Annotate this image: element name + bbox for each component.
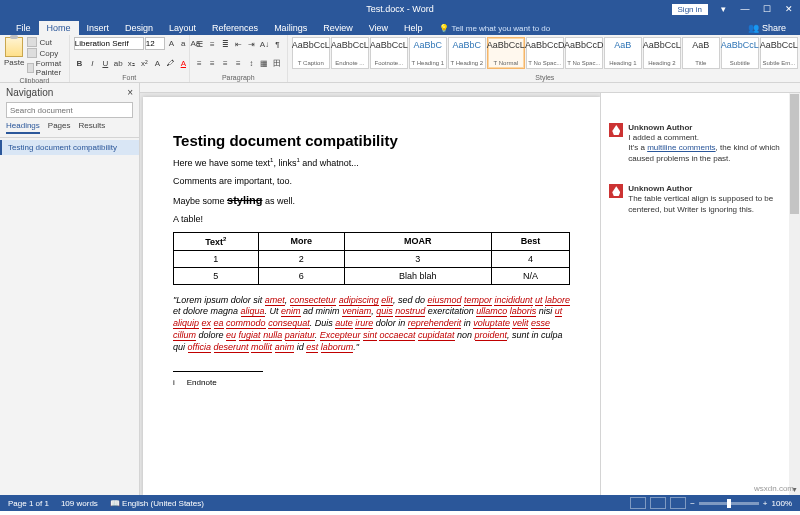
status-words[interactable]: 109 words xyxy=(61,499,98,508)
avatar-icon xyxy=(609,184,623,198)
style-item[interactable]: AaBHeading 1 xyxy=(604,37,642,69)
group-styles: AaBbCcLT CaptionAaBbCcLEndnote ...AaBbCc… xyxy=(288,35,800,82)
tab-review[interactable]: Review xyxy=(315,21,361,35)
style-item[interactable]: AaBbCcLSubtle Em... xyxy=(760,37,798,69)
view-web-icon[interactable] xyxy=(670,497,686,509)
justify-icon[interactable]: ≡ xyxy=(233,58,244,69)
comment-1[interactable]: Unknown Author I added a comment. It's a… xyxy=(609,123,781,164)
outdent-icon[interactable]: ⇤ xyxy=(233,39,244,50)
tab-view[interactable]: View xyxy=(361,21,396,35)
shading-icon[interactable]: ▦ xyxy=(259,58,270,69)
view-print-icon[interactable] xyxy=(650,497,666,509)
document-area: Testing document compatibility Here we h… xyxy=(140,83,800,495)
tab-help[interactable]: Help xyxy=(396,21,431,35)
signin-button[interactable]: Sign in xyxy=(672,4,708,15)
line-spacing-icon[interactable]: ↕ xyxy=(246,58,257,69)
style-item[interactable]: AaBbCcDT No Spac... xyxy=(565,37,603,69)
doc-heading: Testing document compatibility xyxy=(173,132,570,149)
comment-author: Unknown Author xyxy=(628,184,781,193)
nav-heading-item[interactable]: Testing document compatibility xyxy=(0,140,139,155)
comment-2[interactable]: Unknown Author The table vertical align … xyxy=(609,184,781,215)
bold-button[interactable]: B xyxy=(74,58,85,69)
status-page[interactable]: Page 1 of 1 xyxy=(8,499,49,508)
comment-text: I added a comment. xyxy=(628,133,781,143)
multilevel-icon[interactable]: ≣ xyxy=(220,39,231,50)
tab-insert[interactable]: Insert xyxy=(79,21,118,35)
font-name-select[interactable] xyxy=(74,37,144,50)
view-read-icon[interactable] xyxy=(630,497,646,509)
strike-button[interactable]: ab xyxy=(113,58,124,69)
table-cell: Blah blah xyxy=(344,267,491,284)
style-item[interactable]: AaBbCcLHeading 2 xyxy=(643,37,681,69)
tab-home[interactable]: Home xyxy=(39,21,79,35)
ribbon-options-icon[interactable]: ▾ xyxy=(712,0,734,18)
table-cell: 4 xyxy=(491,250,569,267)
nav-tab-headings[interactable]: Headings xyxy=(6,121,40,134)
copy-button[interactable]: Copy xyxy=(27,48,64,58)
font-size-select[interactable] xyxy=(145,37,165,50)
borders-icon[interactable]: 田 xyxy=(272,58,283,69)
share-button[interactable]: 👥 Share xyxy=(742,21,792,35)
style-item[interactable]: AaBbCcLFootnote... xyxy=(370,37,408,69)
style-item[interactable]: AaBbCcLSubtitle xyxy=(721,37,759,69)
scroll-thumb[interactable] xyxy=(790,94,799,214)
pilcrow-icon[interactable]: ¶ xyxy=(272,39,283,50)
styles-gallery[interactable]: AaBbCcLT CaptionAaBbCcLEndnote ...AaBbCc… xyxy=(292,37,798,69)
ruler[interactable] xyxy=(140,83,800,93)
subscript-button[interactable]: x₂ xyxy=(126,58,137,69)
align-left-icon[interactable]: ≡ xyxy=(194,58,205,69)
shrink-font-icon[interactable]: a xyxy=(178,38,189,49)
tab-mailings[interactable]: Mailings xyxy=(266,21,315,35)
font-color-icon[interactable]: A xyxy=(178,58,189,69)
nav-tab-results[interactable]: Results xyxy=(79,121,106,134)
sort-icon[interactable]: A↓ xyxy=(259,39,270,50)
style-item[interactable]: AaBTitle xyxy=(682,37,720,69)
scrollbar-vertical[interactable]: ▲ ▼ xyxy=(789,83,800,495)
highlight-icon[interactable]: 🖍 xyxy=(165,58,176,69)
paste-button[interactable]: Paste xyxy=(4,37,24,77)
align-center-icon[interactable]: ≡ xyxy=(207,58,218,69)
copy-icon xyxy=(27,48,37,58)
separator xyxy=(173,371,263,372)
format-painter-button[interactable]: Format Painter xyxy=(27,59,64,77)
tab-file[interactable]: File xyxy=(8,21,39,35)
tab-references[interactable]: References xyxy=(204,21,266,35)
page[interactable]: Testing document compatibility Here we h… xyxy=(143,97,600,495)
style-item[interactable]: AaBbCT Heading 2 xyxy=(448,37,486,69)
tab-design[interactable]: Design xyxy=(117,21,161,35)
maximize-icon[interactable]: ☐ xyxy=(756,0,778,18)
nav-tab-pages[interactable]: Pages xyxy=(48,121,71,134)
table-cell: N/A xyxy=(491,267,569,284)
align-right-icon[interactable]: ≡ xyxy=(220,58,231,69)
zoom-slider[interactable] xyxy=(699,502,759,505)
tell-me[interactable]: 💡Tell me what you want to do xyxy=(431,22,559,35)
style-item[interactable]: AaBbCT Heading 1 xyxy=(409,37,447,69)
style-item[interactable]: AaBbCcLEndnote ... xyxy=(331,37,369,69)
endnote: iEndnote xyxy=(173,378,570,387)
style-item[interactable]: AaBbCcLT Caption xyxy=(292,37,330,69)
zoom-in-icon[interactable]: + xyxy=(763,499,768,508)
text-effects-icon[interactable]: A xyxy=(152,58,163,69)
cut-button[interactable]: Cut xyxy=(27,37,64,47)
tab-layout[interactable]: Layout xyxy=(161,21,204,35)
underline-button[interactable]: U xyxy=(100,58,111,69)
group-label-paragraph: Paragraph xyxy=(194,74,283,82)
numbering-icon[interactable]: ≡ xyxy=(207,39,218,50)
superscript-button[interactable]: x² xyxy=(139,58,150,69)
italic-button[interactable]: I xyxy=(87,58,98,69)
style-item[interactable]: AaBbCcDT No Spac... xyxy=(526,37,564,69)
indent-icon[interactable]: ⇥ xyxy=(246,39,257,50)
close-icon[interactable]: ✕ xyxy=(778,0,800,18)
zoom-out-icon[interactable]: − xyxy=(690,499,695,508)
comment-text: The table vertical align is supposed to … xyxy=(628,194,781,215)
style-item[interactable]: AaBbCcLT Normal xyxy=(487,37,525,69)
search-input[interactable] xyxy=(6,102,133,118)
avatar-icon xyxy=(609,123,623,137)
status-lang[interactable]: 📖 English (United States) xyxy=(110,499,204,508)
nav-close-icon[interactable]: × xyxy=(127,87,133,98)
bullets-icon[interactable]: ☰ xyxy=(194,39,205,50)
doc-para-2: Comments are important, too. xyxy=(173,176,570,188)
grow-font-icon[interactable]: A xyxy=(166,38,177,49)
zoom-level[interactable]: 100% xyxy=(772,499,792,508)
minimize-icon[interactable]: — xyxy=(734,0,756,18)
